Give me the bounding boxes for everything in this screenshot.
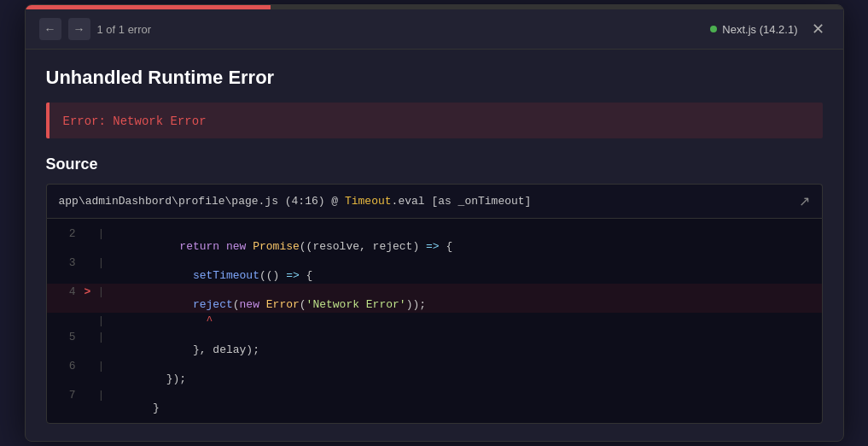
nextjs-badge: Next.js (14.2.1) xyxy=(710,23,797,36)
nav-next-button[interactable]: → xyxy=(68,18,90,40)
status-dot xyxy=(710,26,717,32)
code-line-7: 7 | } xyxy=(47,387,822,416)
source-file-path-text: app\adminDashbord\profile\page.js (4:16)… xyxy=(59,195,345,208)
external-link-icon[interactable]: ↗ xyxy=(799,193,810,209)
code-line-3: 3 | setTimeout(() => { xyxy=(47,255,822,284)
error-count: 1 of 1 error xyxy=(97,23,152,36)
caret-line: | ^ xyxy=(47,313,822,329)
header-right: Next.js (14.2.1) ✕ xyxy=(710,18,829,40)
code-content: }); xyxy=(113,360,186,385)
error-marker: > xyxy=(84,285,98,298)
code-block: 2 | return new Promise((resolve, reject)… xyxy=(46,218,823,424)
code-content: ^ xyxy=(113,314,213,327)
code-content: }, delay); xyxy=(113,331,259,356)
code-content: setTimeout(() => { xyxy=(113,256,312,282)
code-content: } xyxy=(113,389,160,414)
pipe: | xyxy=(98,227,105,240)
source-title: Source xyxy=(46,156,823,173)
source-function-highlight: Timeout xyxy=(345,195,392,208)
pipe: | xyxy=(98,331,105,343)
code-line-5: 5 | }, delay); xyxy=(47,329,822,358)
error-title: Unhandled Runtime Error xyxy=(46,67,823,89)
source-file-bar: app\adminDashbord\profile\page.js (4:16)… xyxy=(46,184,823,218)
source-function-rest: .eval [as _onTimeout] xyxy=(392,195,532,208)
error-body: Unhandled Runtime Error Error: Network E… xyxy=(26,50,843,441)
line-marker xyxy=(84,360,98,373)
line-number: 6 xyxy=(59,360,76,373)
line-marker xyxy=(84,227,98,240)
error-header: ← → 1 of 1 error Next.js (14.2.1) ✕ xyxy=(26,9,843,50)
nextjs-version: Next.js (14.2.1) xyxy=(722,23,797,36)
line-marker xyxy=(84,331,98,343)
pipe: | xyxy=(98,314,105,327)
code-line-6: 6 | }); xyxy=(47,358,822,387)
pipe: | xyxy=(98,256,105,269)
line-marker xyxy=(84,314,98,327)
line-number: 5 xyxy=(59,331,76,343)
line-number: 4 xyxy=(59,285,76,298)
header-left: ← → 1 of 1 error xyxy=(39,18,152,40)
pipe: | xyxy=(98,389,105,402)
line-number: 2 xyxy=(59,227,76,240)
line-marker xyxy=(84,389,98,402)
line-number: 3 xyxy=(59,256,76,269)
error-message-box: Error: Network Error xyxy=(46,103,823,138)
error-overlay: ← → 1 of 1 error Next.js (14.2.1) ✕ Unha… xyxy=(25,4,844,442)
code-content: return new Promise((resolve, reject) => … xyxy=(113,227,452,253)
line-number: 7 xyxy=(59,389,76,402)
nav-prev-button[interactable]: ← xyxy=(39,18,61,40)
pipe: | xyxy=(98,285,105,298)
pipe: | xyxy=(98,360,105,373)
line-marker xyxy=(84,256,98,269)
close-button[interactable]: ✕ xyxy=(807,18,830,40)
code-line-4-error: 4 > | reject(new Error('Network Error'))… xyxy=(47,284,822,313)
error-message: Error: Network Error xyxy=(63,114,207,128)
line-number xyxy=(59,314,76,327)
source-file-path: app\adminDashbord\profile\page.js (4:16)… xyxy=(59,195,532,208)
code-content: reject(new Error('Network Error')); xyxy=(113,285,426,311)
code-line-2: 2 | return new Promise((resolve, reject)… xyxy=(47,226,822,255)
